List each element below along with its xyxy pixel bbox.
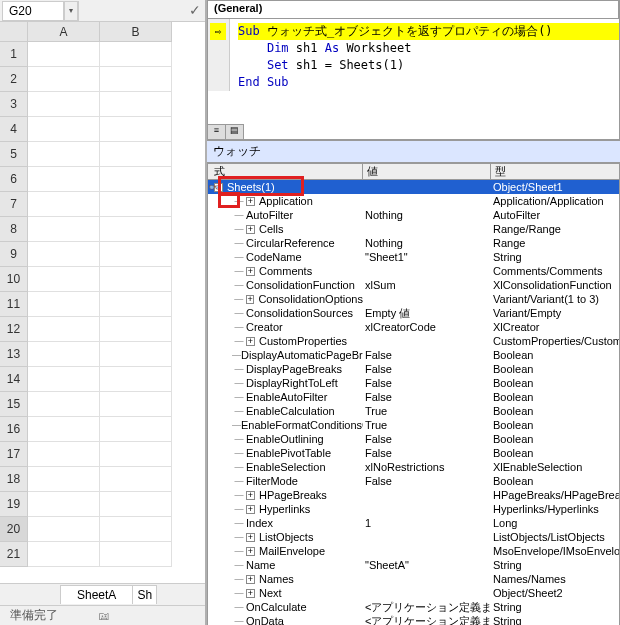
watch-row[interactable]: —EnableSelectionxlNoRestrictionsXlEnable… xyxy=(208,460,619,474)
expand-icon[interactable]: + xyxy=(246,589,255,598)
cell-B9[interactable] xyxy=(100,242,172,267)
watch-row[interactable]: —EnablePivotTableFalseBoolean xyxy=(208,446,619,460)
cell-B16[interactable] xyxy=(100,417,172,442)
procedure-view-button[interactable]: ≡ xyxy=(208,125,226,139)
cell-B1[interactable] xyxy=(100,42,172,67)
cell-A2[interactable] xyxy=(28,67,100,92)
row-header-15[interactable]: 15 xyxy=(0,392,28,417)
cell-B19[interactable] xyxy=(100,492,172,517)
watch-row[interactable]: —Name"SheetA"String xyxy=(208,558,619,572)
macro-record-icon[interactable]: 🖭 xyxy=(98,609,110,623)
worksheet-grid[interactable]: AB 123456789101112131415161718192021 xyxy=(0,22,205,582)
column-header-a[interactable]: A xyxy=(28,22,100,42)
watch-header-expr[interactable]: 式 xyxy=(208,164,363,179)
cell-B21[interactable] xyxy=(100,542,172,567)
cell-B14[interactable] xyxy=(100,367,172,392)
row-header-16[interactable]: 16 xyxy=(0,417,28,442)
cell-B15[interactable] xyxy=(100,392,172,417)
expand-icon[interactable]: + xyxy=(246,575,255,584)
row-header-8[interactable]: 8 xyxy=(0,217,28,242)
watch-row[interactable]: —EnableAutoFilterFalseBoolean xyxy=(208,390,619,404)
watch-row[interactable]: -Sheets(1)Object/Sheet1 xyxy=(208,180,619,194)
cell-B10[interactable] xyxy=(100,267,172,292)
row-header-17[interactable]: 17 xyxy=(0,442,28,467)
watch-row[interactable]: —EnableOutliningFalseBoolean xyxy=(208,432,619,446)
formula-bar[interactable] xyxy=(78,1,205,21)
cell-A17[interactable] xyxy=(28,442,100,467)
cell-A16[interactable] xyxy=(28,417,100,442)
expand-icon[interactable]: + xyxy=(246,225,255,234)
expand-icon[interactable]: + xyxy=(246,267,255,276)
cell-B7[interactable] xyxy=(100,192,172,217)
code-object-dropdown[interactable]: (General) xyxy=(208,1,619,18)
row-header-2[interactable]: 2 xyxy=(0,67,28,92)
cell-A15[interactable] xyxy=(28,392,100,417)
watch-row[interactable]: —Index1Long xyxy=(208,516,619,530)
row-header-18[interactable]: 18 xyxy=(0,467,28,492)
watch-row[interactable]: —+HPageBreaksHPageBreaks/HPageBreaks xyxy=(208,488,619,502)
cell-B12[interactable] xyxy=(100,317,172,342)
row-header-12[interactable]: 12 xyxy=(0,317,28,342)
watch-row[interactable]: —+MailEnvelopeMsoEnvelope/IMsoEnvelope xyxy=(208,544,619,558)
cell-B18[interactable] xyxy=(100,467,172,492)
cell-B13[interactable] xyxy=(100,342,172,367)
code-body[interactable]: ⇨ Sub ウォッチ式_オブジェクトを返すプロパティの場合() Dim sh1 … xyxy=(208,19,619,91)
row-header-13[interactable]: 13 xyxy=(0,342,28,367)
row-header-10[interactable]: 10 xyxy=(0,267,28,292)
cell-A9[interactable] xyxy=(28,242,100,267)
expand-icon[interactable]: + xyxy=(246,295,255,304)
cell-B3[interactable] xyxy=(100,92,172,117)
select-all-corner[interactable] xyxy=(0,22,28,42)
watch-row[interactable]: —+ConsolidationOptionsVariant/Variant(1 … xyxy=(208,292,619,306)
watch-row[interactable]: —CreatorxlCreatorCodeXlCreator xyxy=(208,320,619,334)
cell-B4[interactable] xyxy=(100,117,172,142)
watch-row[interactable]: —ConsolidationSourcesEmpty 値Variant/Empt… xyxy=(208,306,619,320)
watch-row[interactable]: —+NextObject/Sheet2 xyxy=(208,586,619,600)
sheet-tab-sheeta[interactable]: SheetA xyxy=(60,585,133,604)
expand-icon[interactable]: + xyxy=(246,197,255,206)
cell-B6[interactable] xyxy=(100,167,172,192)
cell-A4[interactable] xyxy=(28,117,100,142)
watch-row[interactable]: —+CellsRange/Range xyxy=(208,222,619,236)
cell-B17[interactable] xyxy=(100,442,172,467)
name-box-dropdown[interactable]: ▾ xyxy=(64,1,78,21)
watch-row[interactable]: —CodeName"Sheet1"String xyxy=(208,250,619,264)
expand-icon[interactable]: + xyxy=(246,505,255,514)
cell-A11[interactable] xyxy=(28,292,100,317)
cell-A18[interactable] xyxy=(28,467,100,492)
watch-row[interactable]: —+CommentsComments/Comments xyxy=(208,264,619,278)
row-header-5[interactable]: 5 xyxy=(0,142,28,167)
watch-row[interactable]: —+ApplicationApplication/Application xyxy=(208,194,619,208)
watch-row[interactable]: —+NamesNames/Names xyxy=(208,572,619,586)
row-header-19[interactable]: 19 xyxy=(0,492,28,517)
code-line[interactable]: Set sh1 = Sheets(1) xyxy=(238,57,619,74)
cell-A6[interactable] xyxy=(28,167,100,192)
watch-row[interactable]: —DisplayAutomaticPageBreaksFalseBoolean xyxy=(208,348,619,362)
row-header-6[interactable]: 6 xyxy=(0,167,28,192)
watch-row[interactable]: —OnData<アプリケーション定義またはオブジェクト定義のエラーです。>Str… xyxy=(208,614,619,625)
row-header-21[interactable]: 21 xyxy=(0,542,28,567)
watch-header-value[interactable]: 値 xyxy=(363,164,491,179)
cell-B11[interactable] xyxy=(100,292,172,317)
row-header-1[interactable]: 1 xyxy=(0,42,28,67)
cell-B2[interactable] xyxy=(100,67,172,92)
code-line[interactable]: End Sub xyxy=(238,74,619,91)
cell-A3[interactable] xyxy=(28,92,100,117)
column-header-b[interactable]: B xyxy=(100,22,172,42)
watch-row[interactable]: —OnCalculate<アプリケーション定義またはオブジェクト定義のエラーです… xyxy=(208,600,619,614)
cell-B5[interactable] xyxy=(100,142,172,167)
cell-A5[interactable] xyxy=(28,142,100,167)
cell-B8[interactable] xyxy=(100,217,172,242)
cell-A20[interactable] xyxy=(28,517,100,542)
watch-row[interactable]: —DisplayPageBreaksFalseBoolean xyxy=(208,362,619,376)
watch-row[interactable]: —+CustomPropertiesCustomProperties/Custo… xyxy=(208,334,619,348)
watch-row[interactable]: —EnableCalculationTrueBoolean xyxy=(208,404,619,418)
cell-A12[interactable] xyxy=(28,317,100,342)
name-box[interactable]: G20 xyxy=(2,1,64,21)
watch-row[interactable]: —AutoFilterNothingAutoFilter xyxy=(208,208,619,222)
watch-row[interactable]: —ConsolidationFunctionxlSumXlConsolidati… xyxy=(208,278,619,292)
cell-A10[interactable] xyxy=(28,267,100,292)
cell-A14[interactable] xyxy=(28,367,100,392)
expand-icon[interactable]: + xyxy=(246,533,255,542)
row-header-7[interactable]: 7 xyxy=(0,192,28,217)
